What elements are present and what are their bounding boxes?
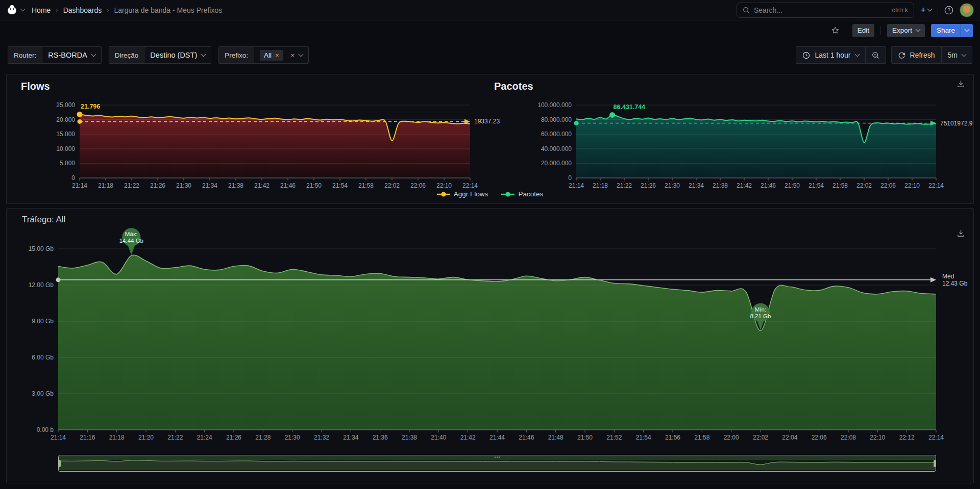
- router-variable[interactable]: Router: RS-BORDA: [8, 46, 102, 64]
- svg-text:21:36: 21:36: [373, 434, 388, 441]
- svg-text:20.000.000: 20.000.000: [541, 160, 572, 167]
- chevron-down-icon: [916, 27, 921, 32]
- svg-text:Máx:: Máx:: [125, 231, 138, 237]
- share-button[interactable]: Share: [931, 24, 961, 37]
- legend-dot: [506, 192, 510, 196]
- time-picker-group: Last 1 hour: [796, 46, 886, 64]
- clear-all-icon[interactable]: ×: [291, 52, 295, 59]
- svg-text:0: 0: [71, 174, 75, 182]
- refresh-button[interactable]: Refresh: [892, 47, 941, 63]
- chevron-down-icon: [965, 27, 970, 32]
- svg-text:14.44 Gb: 14.44 Gb: [119, 238, 143, 244]
- grafana-logo: [6, 4, 18, 16]
- svg-text:21:18: 21:18: [98, 182, 113, 189]
- zoom-out-icon: [872, 52, 879, 59]
- svg-text:0: 0: [568, 174, 572, 182]
- help-glyph: ?: [947, 7, 950, 13]
- dashboard-toolbar: Edit Export Share: [0, 21, 980, 40]
- help-icon[interactable]: ?: [944, 6, 953, 15]
- svg-text:22:14: 22:14: [928, 182, 944, 189]
- trafego-chart[interactable]: 15.00 Gb12.00 Gb9.00 Gb6.00 Gb3.00 Gb0.0…: [7, 224, 974, 464]
- grafana-dashboard: Home › Dashboards › Largura de banda - M…: [0, 0, 980, 489]
- svg-text:21:30: 21:30: [176, 182, 191, 189]
- svg-text:0.00 b: 0.00 b: [37, 426, 54, 433]
- breadcrumb: Home › Dashboards › Largura de banda - M…: [32, 6, 222, 14]
- chart-legend: Aggr Flows Pacotes: [7, 190, 973, 198]
- chevron-down-icon: [20, 7, 26, 12]
- trafego-panel: Tráfego: All 15.00 Gb12.00 Gb9.00 Gb6.00…: [6, 208, 974, 483]
- svg-text:10.000: 10.000: [56, 145, 75, 152]
- svg-text:21:58: 21:58: [694, 434, 709, 441]
- breadcrumb-current-page: Largura de banda - Meus Prefixos: [114, 6, 223, 14]
- svg-text:21:26: 21:26: [226, 434, 241, 441]
- share-options-button[interactable]: [961, 24, 973, 37]
- svg-text:9.00 Gb: 9.00 Gb: [32, 318, 54, 325]
- time-controls: Last 1 hour Refresh 5m: [796, 46, 972, 64]
- router-label: Router:: [8, 47, 42, 63]
- prefixo-select[interactable]: All × ×: [254, 47, 308, 63]
- svg-text:21:14: 21:14: [51, 434, 66, 441]
- svg-text:22:08: 22:08: [841, 434, 856, 441]
- svg-text:21:50: 21:50: [785, 182, 800, 189]
- add-new-button[interactable]: +: [920, 5, 932, 15]
- svg-text:22:02: 22:02: [753, 434, 768, 441]
- legend-item-pacotes[interactable]: Pacotes: [501, 190, 543, 198]
- direcao-variable[interactable]: Direção Destino (DST): [109, 46, 211, 64]
- export-button[interactable]: Export: [887, 24, 925, 37]
- svg-text:21:42: 21:42: [460, 434, 476, 441]
- range-navigator-minimap[interactable]: [58, 455, 936, 472]
- remove-chip-icon[interactable]: ×: [275, 52, 279, 59]
- nav-right-cluster: Search... ctrl+k + ?: [737, 3, 974, 18]
- time-range-picker[interactable]: Last 1 hour: [796, 47, 865, 63]
- router-select[interactable]: RS-BORDA: [42, 47, 101, 63]
- svg-text:22:00: 22:00: [724, 434, 739, 441]
- svg-text:22:02: 22:02: [384, 182, 400, 189]
- org-switcher[interactable]: [6, 4, 24, 16]
- svg-text:8.21 Gb: 8.21 Gb: [750, 313, 771, 319]
- prefixo-chip-label: All: [264, 52, 272, 59]
- edit-button[interactable]: Edit: [852, 24, 874, 37]
- svg-text:5.000: 5.000: [60, 160, 75, 167]
- legend-marker: [437, 192, 450, 197]
- divider: [938, 6, 938, 15]
- svg-text:21:34: 21:34: [202, 182, 217, 189]
- share-label: Share: [937, 27, 955, 34]
- svg-text:21:46: 21:46: [280, 182, 296, 189]
- edit-label: Edit: [857, 27, 869, 34]
- direcao-select[interactable]: Destino (DST): [144, 47, 211, 63]
- svg-text:21:50: 21:50: [577, 434, 593, 441]
- user-avatar[interactable]: [960, 3, 974, 17]
- search-icon: [743, 7, 750, 14]
- star-button[interactable]: [831, 26, 840, 35]
- svg-text:22:06: 22:06: [880, 182, 896, 189]
- svg-text:21:14: 21:14: [569, 182, 584, 189]
- range-navigator[interactable]: [58, 455, 936, 472]
- prefixo-variable[interactable]: Prefixo: All × ×: [218, 46, 309, 64]
- svg-text:21:22: 21:22: [167, 434, 183, 441]
- breadcrumb-home[interactable]: Home: [32, 6, 51, 14]
- svg-text:21:24: 21:24: [197, 434, 212, 441]
- refresh-icon: [898, 52, 905, 59]
- variables-row: Router: RS-BORDA Direção Destino (DST) P…: [0, 41, 980, 69]
- chevron-down-icon: [201, 52, 206, 57]
- svg-text:21:32: 21:32: [314, 434, 329, 441]
- legend-dot: [441, 192, 446, 196]
- router-value: RS-BORDA: [48, 51, 87, 59]
- svg-text:21:26: 21:26: [150, 182, 165, 189]
- svg-text:21:50: 21:50: [306, 182, 322, 189]
- legend-item-aggr-flows[interactable]: Aggr Flows: [437, 190, 488, 198]
- legend-label: Pacotes: [518, 190, 543, 198]
- refresh-interval-picker[interactable]: 5m: [941, 47, 972, 63]
- breadcrumb-dashboards[interactable]: Dashboards: [63, 6, 102, 14]
- direcao-value: Destino (DST): [150, 51, 197, 59]
- svg-text:21:38: 21:38: [713, 182, 728, 189]
- svg-text:75101972.9: 75101972.9: [940, 120, 973, 127]
- flows-pacotes-chart[interactable]: 25.00020.00015.00010.0005.000021:1421:18…: [7, 74, 974, 204]
- prefixo-chip-all[interactable]: All ×: [260, 50, 283, 61]
- svg-text:21:46: 21:46: [761, 182, 776, 189]
- svg-text:12.00 Gb: 12.00 Gb: [29, 281, 54, 289]
- svg-text:21:56: 21:56: [665, 434, 680, 441]
- zoom-out-button[interactable]: [865, 47, 886, 63]
- search-input[interactable]: Search... ctrl+k: [737, 3, 914, 18]
- breadcrumb-separator: ›: [107, 6, 109, 14]
